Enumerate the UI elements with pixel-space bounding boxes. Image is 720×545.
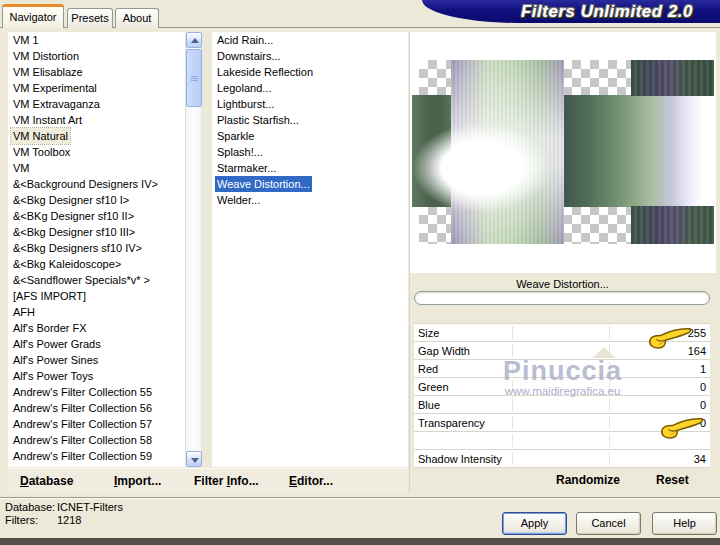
apply-button[interactable]: Apply bbox=[502, 512, 567, 535]
slider-tick bbox=[609, 416, 610, 429]
filter-item[interactable]: Lakeside Reflection bbox=[212, 64, 408, 80]
tab-about[interactable]: About bbox=[115, 8, 159, 28]
watermark-url: www.maidiregrafica.eu bbox=[410, 385, 715, 397]
import-button[interactable]: Import... bbox=[114, 474, 161, 488]
category-item-label: Andrew's Filter Collection 55 bbox=[11, 384, 154, 400]
title-banner: Filters Unlimited 2.0 bbox=[422, 0, 720, 23]
category-item[interactable]: Andrew's Filter Collection 57 bbox=[8, 416, 185, 432]
preview-light-glow bbox=[410, 102, 580, 222]
filter-item-label: Legoland... bbox=[215, 80, 273, 96]
category-item[interactable]: VM Experimental bbox=[8, 80, 185, 96]
filter-item-label: Downstairs... bbox=[215, 48, 283, 64]
slider-tick bbox=[512, 398, 513, 411]
parameter-label: Shadow Intensity bbox=[418, 453, 502, 465]
pointing-hand-icon bbox=[647, 324, 693, 351]
category-item-label: [AFS IMPORT] bbox=[11, 288, 88, 304]
category-item-label: Alf's Power Grads bbox=[11, 336, 103, 352]
cancel-button[interactable]: Cancel bbox=[576, 512, 641, 535]
category-item-label: &<Background Designers IV> bbox=[11, 176, 160, 192]
category-item-label: VM Instant Art bbox=[11, 112, 84, 128]
category-item[interactable]: VM Instant Art bbox=[8, 112, 185, 128]
category-item-label: VM Distortion bbox=[11, 48, 81, 64]
watermark-name: Pinuccia bbox=[410, 356, 715, 387]
randomize-button[interactable]: Randomize bbox=[556, 473, 620, 487]
filter-item[interactable]: Weave Distortion... bbox=[212, 176, 408, 192]
filter-item-label: Splash!... bbox=[215, 144, 265, 160]
category-item[interactable]: VM Toolbox bbox=[8, 144, 185, 160]
category-item[interactable]: [AFS IMPORT] bbox=[8, 288, 185, 304]
category-item[interactable]: &<Sandflower Specials*v* > bbox=[8, 272, 185, 288]
category-scrollbar[interactable] bbox=[185, 32, 201, 467]
category-item-label: Alf's Power Toys bbox=[11, 368, 95, 384]
scrollbar-thumb[interactable] bbox=[186, 49, 202, 107]
category-item-label: Andrew's Filter Collection 59 bbox=[11, 448, 154, 464]
tab-navigator-label: Navigator bbox=[9, 11, 56, 23]
scroll-down-icon[interactable] bbox=[186, 451, 202, 467]
category-item[interactable]: VM Extravaganza bbox=[8, 96, 185, 112]
category-item[interactable]: &<Bkg Designer sf10 I> bbox=[8, 192, 185, 208]
help-button[interactable]: Help bbox=[652, 512, 717, 535]
category-item[interactable]: VM Elisablaze bbox=[8, 64, 185, 80]
preview-weave-band bbox=[564, 95, 714, 207]
category-item[interactable]: &<BKg Designer sf10 II> bbox=[8, 208, 185, 224]
category-item[interactable]: Andrew's Filter Collection 56 bbox=[8, 400, 185, 416]
category-item[interactable]: Alf's Power Sines bbox=[8, 352, 185, 368]
category-item[interactable]: &<Bkg Designers sf10 IV> bbox=[8, 240, 185, 256]
category-item[interactable]: VM 1 bbox=[8, 32, 185, 48]
slider-tick bbox=[512, 326, 513, 339]
category-item[interactable]: Alf's Border FX bbox=[8, 320, 185, 336]
category-item[interactable]: Andrew's Filter Collection 55 bbox=[8, 384, 185, 400]
filter-item[interactable]: Starmaker... bbox=[212, 160, 408, 176]
filter-item[interactable]: Splash!... bbox=[212, 144, 408, 160]
filter-item[interactable]: Acid Rain... bbox=[212, 32, 408, 48]
category-item-label: VM Toolbox bbox=[11, 144, 72, 160]
filter-item[interactable]: Lightburst... bbox=[212, 96, 408, 112]
slider-tick bbox=[609, 398, 610, 411]
category-item[interactable]: &<Bkg Kaleidoscope> bbox=[8, 256, 185, 272]
database-label: Database: bbox=[5, 501, 55, 513]
navigator-page: VM 1VM DistortionVM ElisablazeVM Experim… bbox=[0, 27, 720, 497]
app-title: Filters Unlimited 2.0 bbox=[422, 0, 720, 23]
category-item-label: &<Bkg Designer sf10 I> bbox=[11, 192, 131, 208]
category-item[interactable]: VM Distortion bbox=[8, 48, 185, 64]
category-item[interactable]: Andrew's Filter Collection 58 bbox=[8, 432, 185, 448]
menu-strip: Database Import... Filter Info... Editor… bbox=[8, 468, 408, 494]
category-item-label: Andrew's Filter Collection 58 bbox=[11, 432, 154, 448]
category-item[interactable]: &<Background Designers IV> bbox=[8, 176, 185, 192]
parameter-label: Gap Width bbox=[418, 345, 470, 357]
parameter-label: Size bbox=[418, 327, 439, 339]
scroll-up-icon[interactable] bbox=[186, 32, 202, 48]
filter-item[interactable]: Welder... bbox=[212, 192, 408, 208]
slider-tick bbox=[512, 452, 513, 465]
editor-button[interactable]: Editor... bbox=[289, 474, 333, 488]
category-item-label: VM Experimental bbox=[11, 80, 99, 96]
filter-item[interactable]: Legoland... bbox=[212, 80, 408, 96]
filter-item[interactable]: Plastic Starfish... bbox=[212, 112, 408, 128]
filter-item-label: Plastic Starfish... bbox=[215, 112, 301, 128]
parameter-slider-row[interactable]: Blue0 bbox=[414, 396, 710, 414]
tab-presets[interactable]: Presets bbox=[67, 8, 113, 28]
parameter-value: 34 bbox=[694, 453, 706, 465]
filter-item[interactable]: Downstairs... bbox=[212, 48, 408, 64]
category-item[interactable]: AFH bbox=[8, 304, 185, 320]
filter-preview-image bbox=[410, 32, 716, 273]
category-item[interactable]: Alf's Power Grads bbox=[8, 336, 185, 352]
tab-navigator[interactable]: Navigator bbox=[2, 4, 64, 28]
parameter-slider-row[interactable]: Shadow Intensity34 bbox=[414, 450, 710, 468]
database-button[interactable]: Database bbox=[20, 474, 73, 488]
category-item[interactable]: VM bbox=[8, 160, 185, 176]
thumb-grip-icon bbox=[191, 76, 198, 77]
category-item[interactable]: Andrew's Filter Collection 59 bbox=[8, 448, 185, 464]
category-item[interactable]: Alf's Power Toys bbox=[8, 368, 185, 384]
slider-tick bbox=[512, 416, 513, 429]
filter-item-label: Lightburst... bbox=[215, 96, 276, 112]
category-list[interactable]: VM 1VM DistortionVM ElisablazeVM Experim… bbox=[8, 32, 185, 467]
filter-item[interactable]: Sparkle bbox=[212, 128, 408, 144]
filter-info-button[interactable]: Filter Info... bbox=[194, 474, 259, 488]
category-item[interactable]: &<Bkg Designer sf10 III> bbox=[8, 224, 185, 240]
filter-list[interactable]: Acid Rain...Downstairs...Lakeside Reflec… bbox=[212, 32, 408, 467]
category-item[interactable]: VM Natural bbox=[8, 128, 185, 144]
category-item-label: Alf's Border FX bbox=[11, 320, 89, 336]
preview-weave-band bbox=[631, 206, 714, 244]
reset-button[interactable]: Reset bbox=[656, 473, 689, 487]
